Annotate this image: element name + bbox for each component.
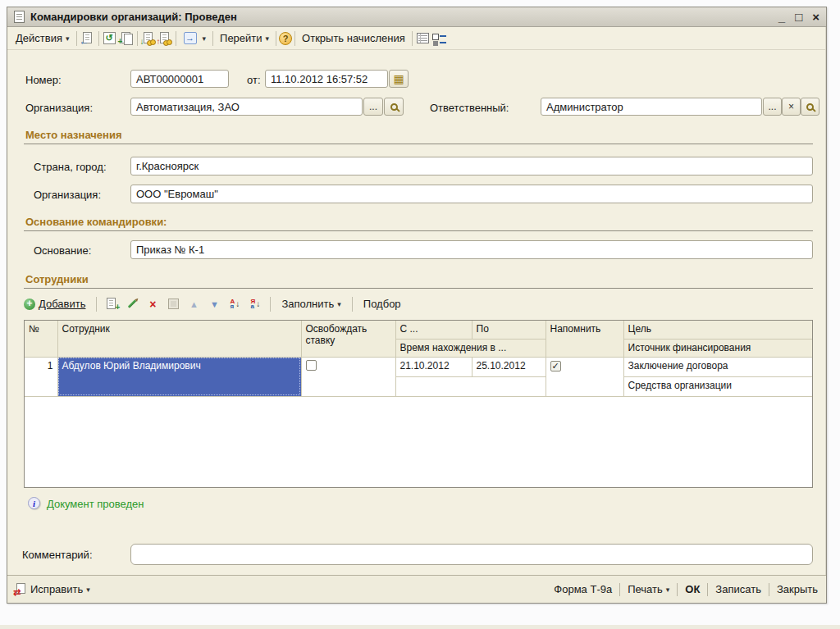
accruals-table-button[interactable] — [415, 31, 431, 46]
date-label: от: — [247, 74, 261, 86]
posted-status-text: Документ проведен — [47, 498, 144, 510]
organization-search-button[interactable] — [384, 98, 404, 116]
reason-section-header: Основание командировки: — [24, 216, 813, 231]
col-header-num: № — [25, 321, 57, 357]
sort-za-icon: Я а — [251, 299, 256, 309]
toolbar-separator — [270, 297, 271, 312]
col-header-to: По — [472, 321, 546, 339]
cell-to[interactable]: 25.10.2012 — [472, 357, 546, 376]
toolbar-separator — [212, 31, 213, 46]
window-title: Командировки организаций: Проведен — [30, 11, 773, 23]
entries-disabled-button[interactable] — [165, 297, 181, 312]
col-header-funding: Источник финансирования — [623, 339, 812, 357]
toolbar-separator — [276, 31, 276, 46]
write-button[interactable]: Записать — [708, 581, 769, 597]
post-document-button[interactable]: ↺ — [102, 31, 118, 46]
col-header-from: С ... — [395, 321, 472, 339]
col-header-time-in: Время нахождения в ... — [395, 339, 546, 357]
ok-button[interactable]: ОК — [678, 581, 707, 597]
chevron-down-icon: ▾ — [266, 34, 270, 43]
pick-button[interactable]: Подбор — [359, 296, 405, 312]
cell-num[interactable]: 1 — [25, 357, 57, 396]
magnifier-icon — [390, 103, 398, 111]
maximize-button[interactable]: □ — [795, 11, 802, 23]
cell-from[interactable]: 21.10.2012 — [395, 357, 472, 376]
move-down-button[interactable]: ▼ — [206, 297, 222, 312]
date-input[interactable]: 11.10.2012 16:57:52 — [265, 70, 388, 88]
copy-document-button[interactable]: + — [118, 31, 135, 46]
delete-icon: × — [149, 299, 156, 310]
close-button[interactable]: × — [812, 11, 819, 23]
responsible-label: Ответственный: — [430, 102, 509, 114]
red-arrow-icon: ↑ — [157, 37, 161, 46]
copy-row-button[interactable]: + — [103, 297, 120, 312]
sort-desc-button[interactable]: Я а ↓ — [247, 297, 263, 312]
remind-checkbox[interactable]: ✓ — [550, 361, 561, 371]
fix-menu-button[interactable]: ⇄ Исправить ▾ — [14, 581, 98, 598]
table-row: 1 Абдулов Юрий Владимирович 21.10.2012 2… — [25, 357, 812, 376]
cell-employee-selected[interactable]: Абдулов Юрий Владимирович — [57, 357, 301, 396]
col-header-employee: Сотрудник — [57, 321, 301, 357]
calendar-button[interactable]: ▦ — [389, 70, 409, 88]
accruals-checklist-button[interactable] — [431, 31, 448, 46]
cell-funding[interactable]: Средства организации — [623, 376, 812, 396]
responsible-input[interactable]: Администратор — [541, 98, 762, 116]
toolbar-separator — [96, 297, 97, 312]
delete-row-button[interactable]: × — [144, 297, 161, 312]
number-label: Номер: — [25, 74, 62, 86]
minimize-button[interactable]: _ — [778, 11, 785, 23]
arrow-down-icon: ▼ — [210, 299, 219, 309]
reason-input[interactable]: Приказ № К-1 — [130, 240, 813, 259]
organization-select-button[interactable]: ... — [363, 98, 383, 116]
employees-section-header: Сотрудники — [24, 273, 813, 289]
cancel-posting-button[interactable]: ↑ — [157, 31, 173, 46]
titlebar[interactable]: Командировки организаций: Проведен _ □ × — [7, 7, 826, 27]
comment-input[interactable] — [130, 544, 813, 565]
toolbar-separator — [294, 31, 295, 46]
responsible-select-button[interactable]: ... — [763, 98, 782, 116]
chevron-down-icon: ▾ — [86, 586, 90, 594]
toolbar-separator — [352, 297, 353, 312]
form-t9a-button[interactable]: Форма Т-9а — [546, 581, 619, 597]
post-with-entries-button[interactable]: ↓ — [140, 31, 157, 46]
plus-icon: + — [116, 303, 121, 312]
col-header-release-rate: Освобождать ставку — [301, 321, 395, 357]
responsible-search-button[interactable] — [801, 98, 819, 116]
cell-release-rate[interactable] — [301, 357, 395, 396]
magnifier-icon — [806, 103, 814, 111]
goto-menu-button[interactable]: Перейти ▾ — [216, 30, 273, 46]
print-menu-button[interactable]: Печать ▾ — [620, 581, 677, 597]
fill-menu-button[interactable]: Заполнить ▾ — [277, 296, 345, 312]
country-city-input[interactable]: г.Красноярск — [130, 157, 813, 175]
comment-label: Комментарий: — [22, 549, 93, 561]
refresh-icon: ↺ — [103, 32, 116, 44]
actions-menu-button[interactable]: Действия ▾ — [11, 30, 74, 46]
chevron-down-icon: ▾ — [203, 34, 207, 43]
sort-asc-button[interactable]: А я ↓ — [226, 297, 243, 312]
help-icon[interactable]: ? — [279, 32, 292, 45]
destination-org-label: Организация: — [34, 189, 101, 201]
col-header-remind: Напомнить — [546, 321, 623, 357]
organization-input[interactable]: Автоматизация, ЗАО — [130, 98, 363, 116]
number-input[interactable]: АВТ00000001 — [130, 70, 229, 88]
cell-purpose[interactable]: Заключение договора — [623, 357, 812, 376]
edit-row-button[interactable] — [124, 297, 140, 312]
cell-time-in[interactable] — [395, 376, 546, 396]
coin-icon — [150, 39, 156, 45]
page-bottom-strip — [0, 625, 840, 629]
open-accruals-button[interactable]: Открыть начисления — [298, 30, 409, 46]
save-document-button[interactable]: ← — [80, 31, 96, 46]
move-up-button[interactable]: ▲ — [185, 297, 202, 312]
grid-icon — [168, 299, 179, 309]
add-row-button[interactable]: Добавить — [24, 296, 89, 312]
col-header-purpose: Цель — [623, 321, 812, 339]
release-rate-checkbox[interactable] — [306, 360, 317, 371]
cell-remind[interactable]: ✓ — [546, 357, 623, 396]
toolbar-separator — [137, 31, 138, 46]
close-form-button[interactable]: Закрыть — [769, 581, 819, 597]
go-button[interactable]: → ▾ — [179, 30, 211, 48]
responsible-clear-button[interactable]: × — [782, 98, 801, 116]
destination-org-input[interactable]: ООО "Евромаш" — [130, 185, 813, 203]
table-icon — [417, 33, 429, 43]
go-arrow-icon: → — [184, 32, 197, 44]
